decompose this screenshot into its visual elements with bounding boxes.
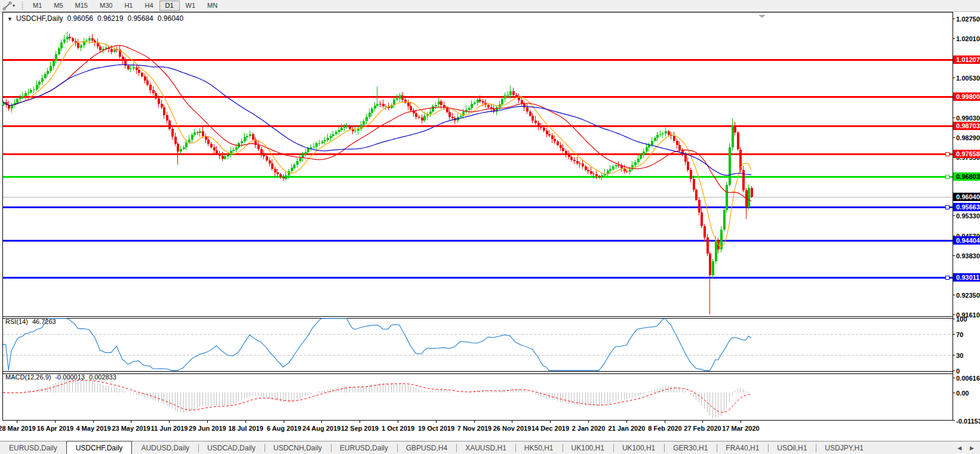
- svg-text:17 Mar 2020: 17 Mar 2020: [722, 425, 759, 432]
- svg-text:0.99800: 0.99800: [956, 93, 980, 100]
- trendline-tool-button[interactable]: ▾: [1, 1, 17, 11]
- svg-text:0.006167: 0.006167: [956, 375, 980, 382]
- svg-text:18 Jul 2019: 18 Jul 2019: [228, 425, 263, 432]
- svg-text:23 May 2019: 23 May 2019: [112, 425, 150, 432]
- svg-text:0.93830: 0.93830: [956, 252, 980, 260]
- tab-scrollers: ◀ ▶: [957, 441, 980, 454]
- rsi-indicator-label: RSI(14)46.7263: [5, 318, 56, 325]
- timeframe-button-W1[interactable]: W1: [180, 1, 202, 11]
- ohlc-high: 0.96219: [97, 14, 123, 23]
- timeframe-button-M5[interactable]: M5: [48, 1, 69, 11]
- chart-title-bar[interactable]: ▼USDCHF,Daily0.960560.962190.956840.9604…: [7, 14, 183, 23]
- svg-text:4 May 2019: 4 May 2019: [76, 425, 110, 432]
- svg-text:19 Oct 2019: 19 Oct 2019: [418, 425, 454, 432]
- svg-text:0.94404: 0.94404: [956, 237, 980, 244]
- svg-text:29 Jun 2019: 29 Jun 2019: [189, 425, 226, 432]
- svg-text:24 Aug 2019: 24 Aug 2019: [303, 425, 341, 432]
- svg-text:26 Nov 2019: 26 Nov 2019: [493, 425, 532, 432]
- svg-text:0.92350: 0.92350: [956, 292, 980, 299]
- svg-text:6 Aug 2019: 6 Aug 2019: [267, 425, 302, 432]
- chart-tab-UK100-H1[interactable]: UK100,H1: [563, 441, 613, 454]
- svg-text:0.98703: 0.98703: [956, 122, 980, 129]
- chevron-down-icon: ▾: [13, 3, 15, 8]
- chart-tab-EURUSD-Daily[interactable]: EURUSD,Daily: [0, 441, 66, 454]
- macd-name: MACD(12,26,9): [5, 373, 51, 381]
- svg-text:0.96040: 0.96040: [956, 193, 980, 200]
- svg-text:27 Feb 2020: 27 Feb 2020: [684, 425, 721, 432]
- chart-window: 1.027501.020101.005300.990300.982900.975…: [0, 12, 980, 438]
- svg-text:0.99030: 0.99030: [956, 115, 980, 122]
- svg-text:0.97658: 0.97658: [956, 150, 980, 157]
- svg-text:-0.011531: -0.011531: [956, 418, 980, 425]
- chart-tab-UK100-H1[interactable]: UK100,H1: [613, 441, 664, 454]
- svg-text:2 Jan 2020: 2 Jan 2020: [572, 425, 606, 432]
- svg-text:0.96803: 0.96803: [956, 173, 980, 180]
- ohlc-low: 0.95684: [127, 14, 153, 23]
- chart-tabs: EURUSD,DailyUSDCHF,DailyAUDUSD,DailyUSDC…: [0, 441, 873, 454]
- chart-tab-FRA40-H1[interactable]: FRA40,H1: [717, 441, 768, 454]
- chart-tab-USDJPY-H1[interactable]: USDJPY,H1: [816, 441, 872, 454]
- svg-text:100: 100: [956, 316, 967, 323]
- chart-tab-XAUUSD-H1[interactable]: XAUUSD,H1: [456, 441, 515, 454]
- timeframe-button-group: M1M5M15M30H1H4D1W1MN: [27, 1, 223, 11]
- chevron-left-icon[interactable]: ◀: [957, 445, 961, 451]
- svg-text:1.02750: 1.02750: [956, 16, 980, 23]
- timeframe-button-H4[interactable]: H4: [139, 1, 159, 11]
- chart-tab-USDCAD-Daily[interactable]: USDCAD,Daily: [198, 441, 265, 454]
- trendline-tool-icon: [3, 2, 11, 10]
- macd-main-value: -0.000013: [55, 373, 85, 381]
- chart-tab-AUDUSD-Daily[interactable]: AUDUSD,Daily: [132, 441, 198, 454]
- chevron-right-icon[interactable]: ▶: [970, 445, 974, 451]
- chart-tab-USDCNH-Daily[interactable]: USDCNH,Daily: [265, 441, 331, 454]
- macd-indicator-label: MACD(12,26,9)-0.0000130.002833: [5, 373, 116, 381]
- timeframe-button-M30[interactable]: M30: [94, 1, 118, 11]
- chart-tab-USOil-H1[interactable]: USOil,H1: [768, 441, 816, 454]
- rsi-name: RSI(14): [5, 318, 28, 325]
- timeframe-button-MN[interactable]: MN: [201, 1, 223, 11]
- timeframe-button-D1[interactable]: D1: [159, 1, 180, 11]
- svg-text:0.95663: 0.95663: [956, 203, 980, 211]
- timeframe-button-M1[interactable]: M1: [27, 1, 48, 11]
- svg-text:16 Apr 2019: 16 Apr 2019: [37, 425, 73, 432]
- chart-toolbar: ▾ M1M5M15M30H1H4D1W1MN: [0, 0, 980, 12]
- terminal-window: ▾ M1M5M15M30H1H4D1W1MN 1.027501.020101.0…: [0, 0, 980, 454]
- svg-text:1.01207: 1.01207: [956, 56, 980, 63]
- macd-signal-value: 0.002833: [89, 373, 116, 381]
- svg-text:1.02010: 1.02010: [956, 35, 980, 42]
- svg-text:11 Jun 2019: 11 Jun 2019: [151, 425, 188, 432]
- svg-text:0.95330: 0.95330: [956, 212, 980, 220]
- svg-text:70: 70: [956, 331, 963, 338]
- chart-tab-HK50-H1[interactable]: HK50,H1: [515, 441, 563, 454]
- svg-text:0.93011: 0.93011: [956, 274, 979, 281]
- toolbar-grip[interactable]: [21, 2, 23, 10]
- svg-text:21 Jan 2020: 21 Jan 2020: [609, 425, 646, 432]
- rsi-value: 46.7263: [32, 318, 56, 325]
- chart-menu-icon[interactable]: ▼: [7, 16, 13, 22]
- chart-tab-USDCHF-Daily[interactable]: USDCHF,Daily: [66, 441, 133, 454]
- chart-tab-GER30-H1[interactable]: GER30,H1: [664, 441, 717, 454]
- timeframe-button-M15[interactable]: M15: [69, 1, 94, 11]
- svg-text:0.00: 0.00: [956, 390, 969, 397]
- svg-text:8 Feb 2020: 8 Feb 2020: [648, 425, 681, 432]
- chart-tab-bar: EURUSD,DailyUSDCHF,DailyAUDUSD,DailyUSDC…: [0, 441, 980, 454]
- svg-text:12 Sep 2019: 12 Sep 2019: [341, 425, 379, 432]
- ohlc-close: 0.96040: [158, 14, 183, 23]
- svg-text:30: 30: [956, 352, 963, 359]
- svg-text:7 Nov 2019: 7 Nov 2019: [457, 425, 491, 432]
- svg-text:14 Dec 2019: 14 Dec 2019: [532, 425, 569, 432]
- timeframe-button-H1[interactable]: H1: [118, 1, 139, 11]
- svg-text:0: 0: [956, 367, 960, 375]
- ohlc-open: 0.96056: [67, 14, 93, 23]
- symbol-period-label: USDCHF,Daily: [16, 14, 63, 23]
- svg-text:1 Oct 2019: 1 Oct 2019: [382, 425, 414, 432]
- svg-text:1.00530: 1.00530: [956, 75, 980, 82]
- svg-text:28 Mar 2019: 28 Mar 2019: [0, 425, 36, 432]
- chart-canvas[interactable]: 1.027501.020101.005300.990300.982900.975…: [0, 12, 980, 438]
- chart-tab-EURUSD-Daily[interactable]: EURUSD,Daily: [331, 441, 397, 454]
- svg-text:0.98290: 0.98290: [956, 134, 980, 141]
- chart-tab-GBPUSD-H4[interactable]: GBPUSD,H4: [397, 441, 456, 454]
